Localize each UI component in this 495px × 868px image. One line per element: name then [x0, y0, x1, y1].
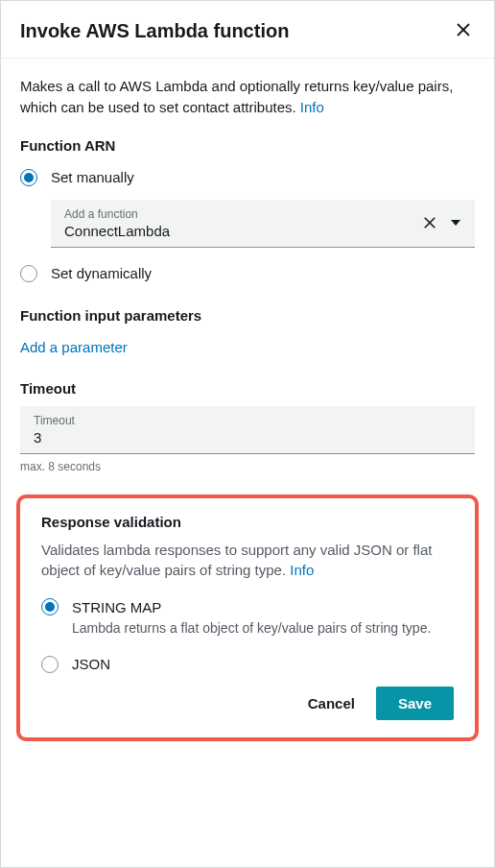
- dropdown-toggle-button[interactable]: [450, 217, 461, 229]
- info-link[interactable]: Info: [290, 562, 314, 578]
- chevron-down-icon: [450, 217, 461, 229]
- function-select-text: Add a function ConnectLambda: [64, 207, 423, 239]
- close-button[interactable]: [452, 18, 475, 44]
- response-validation-description: Validates lambda responses to support an…: [41, 540, 454, 582]
- function-select-value: ConnectLambda: [64, 223, 423, 239]
- save-button[interactable]: Save: [376, 687, 454, 720]
- function-arn-label: Function ARN: [20, 137, 475, 154]
- footer-actions: Cancel Save: [41, 687, 454, 720]
- response-validation-highlight: Response validation Validates lambda res…: [16, 494, 479, 741]
- radio-icon: [20, 265, 37, 282]
- panel-title: Invoke AWS Lambda function: [20, 20, 289, 42]
- string-map-description: Lambda returns a flat object of key/valu…: [72, 619, 454, 639]
- radio-icon: [41, 656, 59, 673]
- timeout-field-label: Timeout: [34, 414, 461, 427]
- panel-header: Invoke AWS Lambda function: [1, 1, 494, 59]
- svg-marker-4: [451, 220, 460, 226]
- timeout-value: 3: [34, 429, 461, 446]
- input-parameters-section: Function input parameters Add a paramete…: [20, 307, 475, 380]
- timeout-section: Timeout Timeout 3 max. 8 seconds: [20, 380, 475, 473]
- panel-body: Makes a call to AWS Lambda and optionall…: [1, 59, 494, 867]
- radio-label-set-dynamically: Set dynamically: [51, 265, 152, 281]
- input-parameters-label: Function input parameters: [20, 307, 475, 324]
- radio-icon: [20, 169, 37, 186]
- add-parameter-link[interactable]: Add a parameter: [20, 339, 128, 355]
- timeout-input[interactable]: Timeout 3: [20, 406, 475, 454]
- radio-string-map[interactable]: STRING MAP: [41, 598, 454, 615]
- function-select-placeholder: Add a function: [64, 207, 423, 221]
- close-icon: [423, 216, 436, 229]
- radio-label-set-manually: Set manually: [51, 169, 134, 185]
- timeout-section-label: Timeout: [20, 380, 475, 397]
- radio-icon: [41, 598, 59, 615]
- function-select-actions: [423, 216, 461, 229]
- function-select[interactable]: Add a function ConnectLambda: [51, 200, 475, 248]
- rv-desc-text: Validates lambda responses to support an…: [41, 542, 432, 579]
- description-text: Makes a call to AWS Lambda and optionall…: [20, 78, 453, 115]
- radio-label-json: JSON: [72, 656, 110, 672]
- response-validation-label: Response validation: [41, 514, 454, 530]
- close-icon: [456, 22, 471, 37]
- radio-label-string-map: STRING MAP: [72, 599, 161, 615]
- radio-json[interactable]: JSON: [41, 656, 454, 673]
- info-link[interactable]: Info: [300, 99, 324, 115]
- cancel-button[interactable]: Cancel: [304, 687, 359, 719]
- panel-description: Makes a call to AWS Lambda and optionall…: [20, 76, 475, 118]
- function-arn-section: Function ARN Set manually Add a function…: [20, 137, 475, 282]
- radio-set-dynamically[interactable]: Set dynamically: [20, 265, 475, 282]
- timeout-hint: max. 8 seconds: [20, 460, 475, 473]
- radio-set-manually[interactable]: Set manually: [20, 169, 475, 186]
- lambda-config-panel: Invoke AWS Lambda function Makes a call …: [0, 0, 495, 868]
- clear-function-button[interactable]: [423, 216, 436, 229]
